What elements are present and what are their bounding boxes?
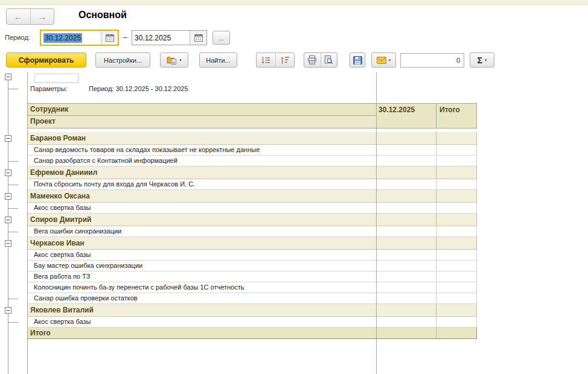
back-button[interactable]: ← — [7, 9, 30, 24]
collapse-group-button[interactable] — [5, 193, 11, 200]
dots-label: ... — [219, 34, 224, 42]
chevron-down-icon: ▾ — [485, 58, 487, 63]
project-row[interactable]: Бау мастер ошибка синхранизации — [27, 261, 477, 271]
sort-descending-button[interactable] — [257, 53, 275, 67]
report-grid: Параметры: Период: 30.12.2025 - 30.12.20… — [27, 72, 477, 339]
forward-icon: → — [37, 11, 46, 22]
header-project[interactable]: Проект — [27, 116, 376, 128]
chevron-down-icon: ▾ — [179, 58, 182, 63]
back-icon: ← — [14, 11, 23, 22]
project-row[interactable]: Санар ошибка проверки остатков — [27, 293, 477, 304]
collapse-group-button[interactable] — [5, 217, 11, 223]
project-row[interactable]: Санар ведомость товаров на складах показ… — [27, 145, 477, 156]
folder-report-icon — [167, 55, 177, 65]
header-left-block: Сотрудник Проект — [27, 104, 376, 128]
settings-label: Настройки... — [104, 57, 142, 64]
employee-group-row[interactable]: Спиров Дмитрий — [27, 214, 477, 226]
print-button[interactable] — [304, 53, 321, 67]
tree-branch — [8, 89, 18, 89]
chevron-down-icon: ▾ — [389, 58, 391, 63]
calendar-icon — [194, 34, 203, 42]
generate-button[interactable]: Сформировать — [6, 52, 86, 68]
tree-branch — [8, 208, 18, 209]
collapse-group-button[interactable] — [5, 135, 11, 142]
generate-label: Сформировать — [19, 56, 74, 65]
printer-icon — [307, 55, 317, 65]
find-button[interactable]: Найти... — [199, 52, 237, 68]
period-from-field[interactable]: 30.12.2025 — [40, 30, 119, 46]
autosum-button[interactable]: Σ ▾ — [470, 52, 494, 68]
mail-icon — [377, 57, 386, 64]
period-to-field[interactable]: 30.12.2025 — [132, 30, 207, 45]
employee-group-row[interactable]: Баранов Роман — [27, 132, 477, 145]
tree-branch — [8, 232, 18, 232]
project-row[interactable]: Акос свертка базы — [27, 317, 477, 328]
collapse-group-button[interactable] — [5, 307, 11, 314]
sort-group — [256, 52, 295, 68]
parameters-label: Параметры: — [30, 85, 68, 92]
report-variants-button[interactable]: ▾ — [160, 52, 188, 68]
history-nav: ← → — [6, 8, 54, 25]
print-preview-button[interactable] — [321, 53, 337, 67]
project-row[interactable]: Акос свертка базы — [27, 250, 477, 261]
page-title: Основной — [78, 10, 127, 21]
settings-button[interactable]: Настройки... — [95, 52, 150, 68]
save-button[interactable] — [350, 52, 365, 68]
total-row[interactable]: Итого — [27, 328, 477, 339]
tree-line — [8, 80, 8, 374]
project-row[interactable]: Вега работа по ТЗ — [27, 271, 477, 282]
sort-descending-icon — [261, 56, 270, 65]
project-row[interactable]: Вега ошибки синхранизации — [27, 226, 477, 237]
sort-ascending-icon — [280, 56, 290, 65]
collapse-report-button[interactable] — [5, 74, 11, 80]
autosum-value-field[interactable]: 0 — [400, 53, 464, 68]
top-strip — [0, 0, 588, 5]
collapse-group-button[interactable] — [5, 240, 11, 247]
employee-group-row[interactable]: Ефремов Данииил — [27, 166, 477, 179]
grid-column-line — [376, 72, 377, 374]
project-row[interactable]: Почта сбросить почту для входа для Черка… — [27, 179, 477, 190]
find-label: Найти... — [206, 57, 231, 64]
print-group — [304, 52, 337, 68]
period-more-button[interactable]: ... — [213, 31, 230, 45]
employee-group-row[interactable]: Черкасов Иван — [27, 237, 477, 250]
sort-ascending-button[interactable] — [275, 53, 295, 67]
project-row[interactable]: Акос свертка базы — [27, 203, 477, 214]
save-icon — [353, 56, 362, 65]
tree-branch — [8, 161, 18, 162]
report-pre-header: Параметры: Период: 30.12.2025 - 30.12.20… — [27, 72, 477, 103]
period-to-value[interactable]: 30.12.2025 — [135, 34, 171, 42]
cell-cursor[interactable] — [34, 74, 78, 83]
employee-group-row[interactable]: Яковлев Виталий — [27, 304, 477, 317]
tree-branch — [8, 185, 18, 185]
print-preview-icon — [324, 55, 333, 65]
sigma-icon: Σ — [478, 55, 482, 65]
period-from-calendar-button[interactable] — [101, 31, 118, 45]
table-header-row: Сотрудник Проект 30.12.2025 Итого — [27, 103, 477, 128]
project-row[interactable]: Санар разобратся с Контактной информацие… — [27, 156, 477, 166]
tree-branch — [8, 299, 18, 299]
project-row[interactable]: Колосницин починть ба-зу перенести с раб… — [27, 282, 477, 293]
header-employee[interactable]: Сотрудник — [27, 104, 376, 116]
collapse-group-button[interactable] — [5, 170, 11, 176]
header-total-column[interactable]: Итого — [436, 104, 477, 128]
period-from-value[interactable]: 30.12.2025 — [43, 33, 82, 43]
header-date-column[interactable]: 30.12.2025 — [376, 104, 436, 128]
mail-button[interactable]: ▾ — [371, 52, 396, 68]
employee-group-row[interactable]: Маменко Оксана — [27, 190, 477, 203]
period-label: Период: — [5, 34, 30, 41]
tree-branch — [8, 322, 18, 323]
calendar-icon — [106, 34, 114, 42]
parameters-value: Период: 30.12.2025 - 30.12.2025 — [89, 85, 188, 92]
period-to-calendar-button[interactable] — [190, 31, 206, 45]
period-separator: – — [123, 33, 127, 42]
autosum-value: 0 — [456, 57, 460, 64]
report-window: ← → Основной Период: 30.12.2025 – 30.12.… — [0, 0, 588, 374]
forward-button[interactable]: → — [30, 9, 54, 24]
grid-left-line — [27, 72, 28, 374]
